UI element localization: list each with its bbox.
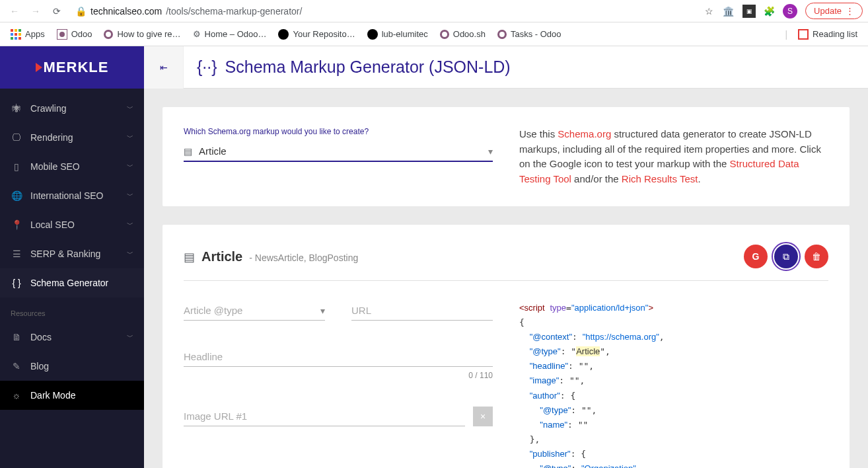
odoo-circle-icon xyxy=(440,30,449,39)
sidebar-item-crawling[interactable]: 🕷Crawling﹀ xyxy=(0,94,144,123)
chevron-down-icon: ﹀ xyxy=(127,104,133,113)
schema-select[interactable]: ▤ Article ▾ xyxy=(184,141,493,162)
url-path: /tools/schema-markup-generator/ xyxy=(166,6,302,17)
lock-icon: 🔒 xyxy=(75,6,87,17)
pin-icon: 📍 xyxy=(11,219,22,230)
sidebar-item-serp[interactable]: ☰SERP & Ranking﹀ xyxy=(0,239,144,268)
divider: | xyxy=(785,29,787,40)
headline-char-count: 0 / 110 xyxy=(184,371,493,380)
delete-button[interactable]: 🗑 xyxy=(805,245,828,268)
article-type-field[interactable]: Article @type ▾ xyxy=(184,301,325,321)
collapse-sidebar-button[interactable]: ⇤ xyxy=(144,46,184,89)
update-label: Update xyxy=(814,6,842,16)
star-icon[interactable]: ☆ xyxy=(705,6,713,17)
sidebar-item-mobile[interactable]: ▯Mobile SEO﹀ xyxy=(0,152,144,181)
url-input[interactable] xyxy=(351,301,493,321)
bookmark-odoo[interactable]: Odoo xyxy=(52,26,98,42)
form-column: Article @type ▾ 0 / 110 × xyxy=(184,301,493,468)
chevron-down-icon: ﹀ xyxy=(127,332,133,342)
headline-input[interactable] xyxy=(184,347,493,367)
sidebar-item-international[interactable]: 🌐International SEO﹀ xyxy=(0,181,144,210)
gear-icon: ⚙ xyxy=(193,29,201,39)
bookmark-lub[interactable]: lub-elumitec xyxy=(362,26,433,42)
webpage-icon: ▤ xyxy=(184,146,192,157)
docs-icon: 🗎 xyxy=(11,332,22,342)
chevron-down-icon: ﹀ xyxy=(127,162,133,171)
intro-description: Use this Schema.org structured data gene… xyxy=(519,127,828,186)
webpage-icon: ▤ xyxy=(184,250,195,264)
remove-image-button[interactable]: × xyxy=(473,407,493,426)
sidebar: MERKLE 🕷Crawling﹀ 🖵Rendering﹀ ▯Mobile SE… xyxy=(0,46,144,468)
extension-icon-2[interactable]: ▣ xyxy=(742,5,756,18)
test-google-button[interactable]: G xyxy=(744,245,768,268)
page-title: {··} Schema Markup Generator (JSON-LD) xyxy=(184,58,524,77)
schema-org-link[interactable]: Schema.org xyxy=(558,128,611,139)
image-url-input[interactable] xyxy=(184,407,465,426)
browser-toolbar: ← → ⟳ 🔒 technicalseo.com/tools/schema-ma… xyxy=(0,0,868,22)
extension-icon-1[interactable]: 🏛️ xyxy=(721,5,735,18)
reading-list-icon xyxy=(798,29,809,40)
sidebar-item-docs[interactable]: 🗎Docs﹀ xyxy=(0,323,144,352)
copy-button[interactable]: ⧉ xyxy=(774,245,798,268)
dropdown-arrow-icon: ▾ xyxy=(488,146,493,157)
odoo-circle-icon xyxy=(497,30,507,39)
article-heading: ▤ Article - NewsArticle, BlogPosting xyxy=(184,249,358,264)
chevron-down-icon: ﹀ xyxy=(127,191,133,200)
main-content: ⇤ {··} Schema Markup Generator (JSON-LD)… xyxy=(144,46,868,468)
url-host: technicalseo.com xyxy=(90,6,162,17)
bookmark-howto[interactable]: How to give re… xyxy=(98,26,186,42)
more-icon: ⋮ xyxy=(846,6,854,16)
reload-button[interactable]: ⟳ xyxy=(48,2,66,20)
bookmark-bar: Apps Odoo How to give re… ⚙Home – Odoo… … xyxy=(0,22,868,46)
github-icon xyxy=(278,29,289,40)
schema-select-label: Which Schema.org markup would you like t… xyxy=(184,127,493,136)
sidebar-item-local[interactable]: 📍Local SEO﹀ xyxy=(0,210,144,239)
logo[interactable]: MERKLE xyxy=(0,46,144,89)
bookmark-repo[interactable]: Your Reposito… xyxy=(273,26,360,42)
back-button[interactable]: ← xyxy=(5,2,24,20)
sidebar-item-rendering[interactable]: 🖵Rendering﹀ xyxy=(0,123,144,152)
topbar: ⇤ {··} Schema Markup Generator (JSON-LD) xyxy=(144,46,868,89)
extensions-puzzle-icon[interactable]: 🧩 xyxy=(764,6,775,17)
github-icon xyxy=(367,29,378,40)
sun-icon: ☼ xyxy=(11,390,22,401)
monitor-icon: 🖵 xyxy=(11,132,22,143)
odoo-icon xyxy=(57,29,67,40)
odoo-circle-icon xyxy=(104,30,113,39)
sidebar-item-schema[interactable]: { }Schema Generator xyxy=(0,268,144,297)
update-button[interactable]: Update ⋮ xyxy=(805,3,863,19)
bug-icon: 🕷 xyxy=(11,103,22,114)
globe-icon: 🌐 xyxy=(11,190,22,201)
schema-selected-value: Article xyxy=(199,145,482,157)
forward-button[interactable]: → xyxy=(26,2,45,20)
code-preview: <script type="application/ld+json"> { "@… xyxy=(519,301,828,468)
article-type-placeholder: Article @type xyxy=(184,305,320,316)
intro-card: Which Schema.org markup would you like t… xyxy=(163,107,850,206)
apps-button[interactable]: Apps xyxy=(5,26,50,42)
apps-icon xyxy=(11,29,21,40)
pencil-icon: ✎ xyxy=(11,361,22,371)
code-icon: { } xyxy=(11,278,22,288)
bookmark-tasks[interactable]: Tasks - Odoo xyxy=(492,26,567,42)
article-card: ▤ Article - NewsArticle, BlogPosting G ⧉… xyxy=(163,225,850,468)
rich-results-link[interactable]: Rich Results Test xyxy=(622,173,698,184)
sidebar-item-darkmode[interactable]: ☼Dark Mode xyxy=(0,381,144,410)
url-bar[interactable]: 🔒 technicalseo.com/tools/schema-markup-g… xyxy=(69,6,702,17)
resources-heading: Resources xyxy=(0,297,144,323)
dropdown-arrow-icon: ▾ xyxy=(320,305,325,316)
apps-label: Apps xyxy=(25,29,45,39)
bookmark-odoosh[interactable]: Odoo.sh xyxy=(435,26,491,42)
bookmark-home-odoo[interactable]: ⚙Home – Odoo… xyxy=(188,26,272,42)
code-braces-icon: {··} xyxy=(197,58,217,77)
sidebar-item-blog[interactable]: ✎Blog xyxy=(0,352,144,381)
chevron-down-icon: ﹀ xyxy=(127,220,133,229)
chevron-down-icon: ﹀ xyxy=(127,249,133,258)
logo-text: MERKLE xyxy=(36,59,109,76)
reading-list-button[interactable]: Reading list xyxy=(793,26,863,42)
chevron-down-icon: ﹀ xyxy=(127,133,133,142)
list-icon: ☰ xyxy=(11,249,22,259)
mobile-icon: ▯ xyxy=(11,161,22,172)
profile-avatar[interactable]: S xyxy=(783,4,797,19)
